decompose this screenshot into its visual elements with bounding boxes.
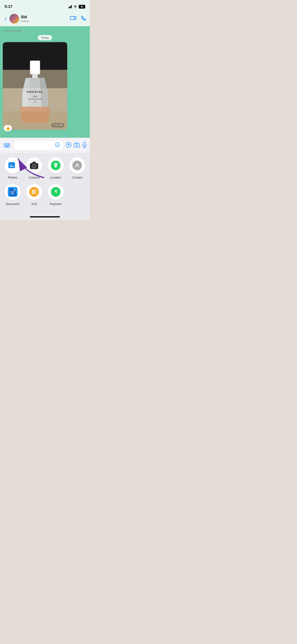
svg-rect-7 <box>32 74 38 78</box>
forwarded-label: ➦ Forwarded <box>0 28 90 33</box>
share-document-label: Document <box>6 202 19 206</box>
svg-rect-20 <box>8 145 9 146</box>
svg-point-42 <box>36 164 37 165</box>
poll-icon <box>29 187 39 197</box>
svg-point-22 <box>56 142 60 147</box>
svg-point-40 <box>34 166 35 167</box>
message-row: ORIENTAL ZARA DAY COLLECTION 02 2:19 PM <box>0 42 90 132</box>
share-item-contact[interactable]: Contact <box>68 157 86 179</box>
poll-icon-circle <box>26 184 42 200</box>
svg-rect-16 <box>8 144 9 145</box>
share-photos-label: Photos <box>8 176 17 179</box>
video-call-button[interactable] <box>70 16 76 22</box>
message-timestamp: 2:19 PM <box>51 123 64 127</box>
svg-rect-48 <box>32 192 35 192</box>
keyboard-button[interactable] <box>3 141 11 150</box>
share-item-poll[interactable]: Poll <box>25 184 43 206</box>
svg-rect-49 <box>32 193 36 194</box>
camera-icon-circle <box>26 157 42 174</box>
svg-text:ZARA: ZARA <box>33 96 37 97</box>
contact-icon <box>72 160 82 170</box>
sticker-button[interactable] <box>55 142 60 148</box>
location-icon-circle <box>48 157 64 174</box>
location-icon <box>51 160 60 170</box>
share-payment-label: Payment <box>50 202 62 206</box>
status-icons: 45 <box>68 5 85 9</box>
svg-rect-35 <box>9 163 15 168</box>
svg-rect-47 <box>32 190 36 191</box>
svg-point-36 <box>10 164 11 166</box>
camera-button[interactable] <box>74 142 80 148</box>
contact-icon-circle <box>69 157 85 174</box>
svg-rect-0 <box>70 16 74 20</box>
photos-icon-circle <box>4 157 21 174</box>
message-bubble: ORIENTAL ZARA DAY COLLECTION 02 2:19 PM <box>3 42 67 130</box>
share-item-photos[interactable]: Photos <box>4 157 22 179</box>
chat-area: ➦ Forwarded Today <box>0 26 90 138</box>
input-bar: ₹ <box>0 138 90 153</box>
date-pill: Today <box>38 35 52 40</box>
svg-point-52 <box>36 193 37 194</box>
svg-rect-14 <box>6 144 7 145</box>
svg-rect-6 <box>31 62 39 74</box>
svg-rect-18 <box>6 145 7 146</box>
svg-point-24 <box>58 144 58 144</box>
document-icon-circle <box>4 184 21 200</box>
message-input[interactable] <box>13 140 64 150</box>
phone-call-button[interactable] <box>81 16 86 22</box>
status-bar: 5:17 45 <box>0 0 90 12</box>
message-image[interactable]: ORIENTAL ZARA DAY COLLECTION 02 2:19 PM <box>3 42 67 130</box>
date-divider: Today <box>0 35 90 40</box>
contact-info: Sid online <box>21 15 68 23</box>
share-contact-label: Contact <box>72 176 82 179</box>
svg-rect-15 <box>7 144 8 145</box>
svg-point-51 <box>36 192 37 192</box>
header-actions <box>70 16 86 22</box>
svg-rect-19 <box>7 145 8 146</box>
contact-name: Sid <box>21 15 68 19</box>
svg-rect-45 <box>10 192 14 193</box>
share-item-camera[interactable]: Camera <box>25 157 43 179</box>
share-grid: Photos Camera <box>4 157 86 206</box>
svg-rect-29 <box>84 142 86 145</box>
svg-text:DAY COLLECTION: DAY COLLECTION <box>28 98 42 100</box>
svg-rect-27 <box>74 144 80 147</box>
back-button[interactable]: ‹ <box>4 14 8 23</box>
svg-point-50 <box>36 190 37 191</box>
home-bar <box>30 216 60 218</box>
svg-rect-21 <box>6 146 8 147</box>
svg-rect-13 <box>5 144 6 145</box>
share-menu: Photos Camera <box>0 153 90 214</box>
svg-point-28 <box>76 144 78 146</box>
share-item-document[interactable]: Document <box>4 184 22 206</box>
svg-rect-44 <box>10 192 15 192</box>
home-indicator <box>0 214 90 220</box>
payment-icon-circle: ₹ <box>48 184 64 200</box>
share-item-payment[interactable]: ₹ Payment <box>47 184 65 206</box>
mic-button[interactable] <box>82 142 87 149</box>
avatar[interactable] <box>10 14 19 24</box>
share-item-location[interactable]: Location <box>47 157 65 179</box>
share-location-label: Location <box>50 176 61 179</box>
svg-rect-41 <box>32 162 36 164</box>
svg-text:₹: ₹ <box>54 190 57 194</box>
svg-text:₹: ₹ <box>68 143 70 147</box>
rupee-button[interactable]: ₹ <box>66 142 71 148</box>
svg-text:02: 02 <box>34 101 36 103</box>
contact-status: online <box>21 19 68 23</box>
svg-rect-17 <box>5 145 6 146</box>
share-camera-label: Camera <box>29 176 39 179</box>
document-icon <box>8 187 18 197</box>
svg-rect-46 <box>10 194 14 194</box>
svg-point-23 <box>57 144 57 144</box>
svg-text:ORIENTAL: ORIENTAL <box>27 90 43 93</box>
payment-icon: ₹ <box>51 187 60 197</box>
chat-header: ‹ Sid online <box>0 12 90 26</box>
wifi-icon <box>73 5 77 9</box>
status-time: 5:17 <box>4 4 12 9</box>
signal-icon <box>68 5 72 8</box>
share-poll-label: Poll <box>32 202 36 206</box>
reaction-emoji[interactable]: 👍 <box>4 125 12 131</box>
forward-arrow-icon: ➦ <box>4 29 6 33</box>
battery-icon: 45 <box>79 5 85 8</box>
